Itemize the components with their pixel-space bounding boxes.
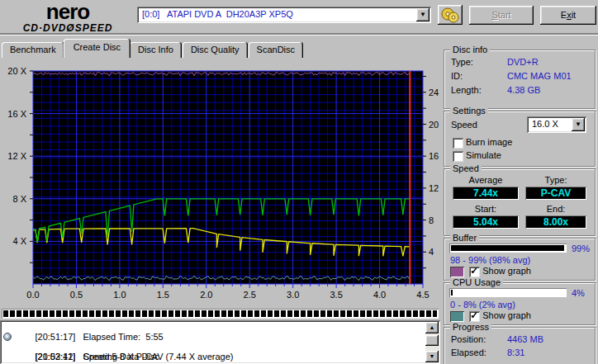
buffer-show-graph-checkbox[interactable]: ✓	[469, 267, 480, 277]
svg-text:1.0: 1.0	[113, 290, 126, 300]
speed-type-display: P-CAV	[525, 187, 586, 200]
cpu-usage-bar	[449, 288, 567, 297]
drive-select-value: [0:0] ATAPI DVD A DH20A3P XP5Q	[142, 9, 293, 19]
cpu-show-graph-checkbox[interactable]: ✓	[469, 311, 480, 322]
arrow-up-icon: ▲	[430, 324, 435, 330]
start-button[interactable]: Start	[469, 6, 534, 25]
speed-groupbox: Speed Average Type: 7.44x P-CAV Start: E…	[444, 168, 596, 236]
svg-text:2.5: 2.5	[244, 290, 256, 300]
log-scrollbar[interactable]: ▲ ▼	[425, 322, 439, 362]
position-value: 4463 MB	[507, 334, 543, 344]
exit-button[interactable]: Exit	[540, 6, 596, 25]
app-logo: nero CD·DVDØSPEED	[5, 1, 131, 33]
burn-speed-chart: 4 X8 X12 X16 X20 X48121620240.00.51.01.5…	[0, 59, 441, 304]
progress-groupbox: Progress Position: 4463 MB Elapsed: 8:31	[444, 327, 596, 364]
average-speed-label: Average	[456, 175, 515, 185]
end-speed-display: 8.00x	[525, 215, 586, 229]
scroll-down-button[interactable]: ▼	[425, 351, 439, 362]
buffer-level-bar	[449, 243, 567, 253]
burn-progress-strip	[2, 309, 439, 319]
disc-id-label: ID:	[451, 71, 463, 81]
header-separator	[0, 33, 598, 35]
chevron-down-icon: ▼	[420, 11, 426, 18]
burn-image-checkbox[interactable]: ✓	[453, 138, 463, 149]
disc-status-icon	[3, 333, 12, 341]
svg-text:1.5: 1.5	[157, 290, 169, 300]
tab-disc-quality[interactable]: Disc Quality	[183, 42, 248, 58]
buffer-show-graph-label: Show graph	[482, 266, 531, 276]
cpu-usage-fill	[451, 290, 453, 295]
svg-text:12 X: 12 X	[7, 151, 26, 161]
buffer-graph-option[interactable]: ✓ Show graph	[450, 266, 531, 277]
cpu-range-text: 0 - 8% (2% avg)	[450, 300, 515, 310]
tab-create-disc[interactable]: Create Disc	[64, 39, 131, 58]
buffer-level-fill	[451, 245, 564, 251]
cpu-percent: 4%	[572, 288, 585, 298]
speed-select-combobox[interactable]: 16.0 X ▼	[527, 116, 586, 133]
burn-image-label: Burn image	[466, 137, 512, 147]
app-window: nero CD·DVDØSPEED [0:0] ATAPI DVD A DH20…	[0, 0, 598, 364]
tab-scandisc[interactable]: ScanDisc	[249, 42, 303, 58]
svg-text:12: 12	[429, 183, 439, 193]
arrow-down-icon: ▼	[430, 353, 435, 359]
disc-tool-button[interactable]	[438, 5, 463, 25]
buffer-title: Buffer	[450, 233, 479, 243]
settings-groupbox: Settings Speed 16.0 X ▼ ✓ Burn image ✓ S…	[444, 111, 596, 167]
speed-type-label: Type:	[529, 175, 583, 185]
svg-text:24: 24	[429, 87, 439, 97]
svg-text:8 X: 8 X	[12, 194, 26, 204]
tab-benchmark[interactable]: Benchmark	[2, 42, 64, 58]
disc-length-value: 4.38 GB	[507, 85, 540, 95]
logo-nero-text: nero	[5, 1, 131, 22]
speed-select-dropdown-button[interactable]: ▼	[572, 118, 585, 131]
position-label: Position:	[451, 334, 486, 344]
simulate-checkbox[interactable]: ✓	[453, 151, 463, 162]
scroll-thumb[interactable]	[425, 335, 439, 346]
tab-disc-info[interactable]: Disc Info	[130, 42, 182, 58]
end-speed-label: End:	[529, 204, 583, 214]
drive-select-dropdown-button[interactable]: ▼	[416, 8, 430, 21]
scroll-up-button[interactable]: ▲	[425, 322, 439, 333]
speed-setting-label: Speed	[451, 120, 477, 130]
settings-title: Settings	[450, 106, 488, 116]
svg-text:16: 16	[429, 151, 439, 161]
average-speed-display: 7.44x	[453, 187, 519, 200]
cpu-color-swatch	[450, 311, 464, 322]
disc-type-label: Type:	[451, 57, 473, 67]
elapsed-label: Elapsed:	[451, 347, 486, 357]
buffer-groupbox: Buffer 99% 98 - 99% (98% avg) ✓ Show gra…	[444, 238, 596, 281]
svg-text:4: 4	[429, 247, 434, 257]
disc-info-title: Disc info	[450, 45, 490, 54]
svg-text:4 X: 4 X	[12, 236, 26, 246]
start-speed-label: Start:	[456, 204, 515, 214]
svg-text:0.0: 0.0	[26, 290, 39, 300]
tab-bar: Benchmark Create Disc Disc Info Disc Qua…	[2, 39, 304, 58]
chevron-down-icon: ▼	[575, 121, 581, 128]
buffer-range-text: 98 - 99% (98% avg)	[450, 255, 530, 265]
disc-id-value: CMC MAG M01	[507, 71, 572, 81]
burn-image-option[interactable]: ✓ Burn image	[453, 137, 512, 149]
progress-title: Progress	[450, 322, 491, 332]
log-entry: [20:51:17]Elapsed Time: 5:55	[2, 322, 425, 332]
simulate-label: Simulate	[466, 150, 501, 160]
svg-text:20 X: 20 X	[7, 66, 26, 76]
log-entry: [21:02:12]Speed:5-8 X P-CAV (7.44 X aver…	[2, 342, 425, 352]
log-time: [21:02:12]	[35, 362, 83, 362]
log-entry: [21:02:12]Elapsed Time: 8:31	[2, 352, 425, 362]
start-speed-display: 5.04x	[453, 215, 519, 229]
svg-text:16 X: 16 X	[7, 109, 26, 119]
buffer-percent: 99%	[572, 243, 590, 253]
cpu-graph-option[interactable]: ✓ Show graph	[450, 310, 531, 322]
buffer-color-swatch	[450, 267, 464, 277]
cpu-show-graph-label: Show graph	[482, 310, 531, 320]
simulate-option[interactable]: ✓ Simulate	[453, 150, 501, 162]
log-text: Elapsed Time: 8:31	[83, 362, 163, 362]
cpu-title: CPU Usage	[450, 277, 503, 287]
speed-select-value: 16.0 X	[532, 119, 558, 129]
svg-text:3.0: 3.0	[287, 290, 299, 300]
log-entry: [20:53:41]Creating Data Disc	[2, 332, 425, 342]
svg-text:4.0: 4.0	[373, 290, 386, 300]
drive-select-combobox[interactable]: [0:0] ATAPI DVD A DH20A3P XP5Q ▼	[137, 7, 431, 23]
checkmark-icon: ✓	[470, 310, 478, 321]
discs-icon	[439, 7, 461, 23]
